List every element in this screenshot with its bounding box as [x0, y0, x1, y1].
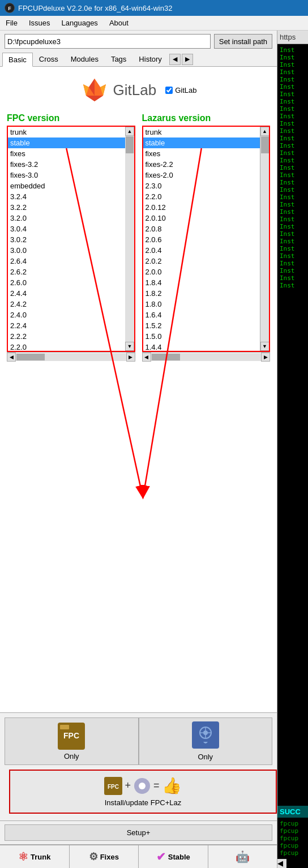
fpc-list-item[interactable]: embedded [8, 181, 125, 191]
fpc-list-item[interactable]: 3.2.2 [8, 202, 125, 213]
combined-install-button[interactable]: FPC + = 👍 Install/u [9, 770, 277, 814]
tab-cross[interactable]: Cross [33, 52, 65, 66]
laz-list-item[interactable]: 1.6.4 [143, 310, 260, 320]
fpc-list-item[interactable]: 3.2.0 [8, 213, 125, 224]
bottom-tab-fixes[interactable]: ⚙ Fixes [70, 845, 139, 868]
laz-h-scroll-thumb[interactable] [152, 354, 180, 360]
gitlab-checkbox[interactable] [165, 87, 173, 94]
laz-scroll-up[interactable]: ▲ [260, 127, 270, 136]
menu-languages[interactable]: Languages [59, 18, 100, 28]
log-line: Inst [280, 91, 306, 98]
laz-list-item[interactable]: 1.8.4 [143, 277, 260, 288]
laz-list-item[interactable]: 1.8.0 [143, 299, 260, 310]
fpc-list-item[interactable]: 2.2.2 [8, 331, 125, 342]
menu-about[interactable]: About [107, 18, 131, 28]
laz-h-scroll-right[interactable]: ▶ [261, 353, 270, 362]
install-path-input[interactable] [5, 34, 211, 49]
fpc-scroll-track [125, 136, 134, 342]
fpc-list-item[interactable]: 2.2.4 [8, 320, 125, 331]
gitlab-header: GitLab GitLab [5, 71, 272, 109]
laz-list-item[interactable]: stable [143, 137, 260, 148]
install-path-row: Set install path [0, 31, 277, 52]
bottom-tab-trunk[interactable]: ⚛ Trunk [0, 845, 70, 868]
fpc-list-item[interactable]: 2.2.0 [8, 342, 125, 351]
setup-button[interactable]: Setup+ [5, 824, 272, 841]
fpc-logo-icon: FPC [58, 723, 85, 750]
laz-list-item[interactable]: 2.2.0 [143, 191, 260, 202]
tab-prev-arrow[interactable]: ◀ [169, 54, 181, 65]
tab-next-arrow[interactable]: ▶ [182, 54, 193, 65]
gitlab-logo: GitLab [80, 76, 157, 104]
fpc-h-scroll-track [16, 353, 126, 361]
gitlab-checkbox-container: GitLab [165, 86, 196, 94]
fpc-list-item[interactable]: 3.0.2 [8, 234, 125, 245]
fpc-scroll-thumb[interactable] [126, 136, 134, 153]
fpc-list-item[interactable]: stable [8, 137, 125, 148]
menu-file[interactable]: File [3, 18, 20, 28]
laz-list-item[interactable]: 2.0.10 [143, 213, 260, 224]
svg-text:FPC: FPC [108, 784, 119, 790]
set-install-path-button[interactable]: Set install path [214, 34, 272, 49]
laz-list-item[interactable]: 2.0.8 [143, 224, 260, 234]
svg-rect-13 [60, 725, 69, 729]
fpc-list-item[interactable]: 2.4.0 [8, 310, 125, 320]
laz-list-item[interactable]: trunk [143, 127, 260, 137]
menu-issues[interactable]: Issues [27, 18, 53, 28]
fpc-only-button[interactable]: FPC Only [5, 717, 139, 765]
laz-list-item[interactable]: 1.5.2 [143, 320, 260, 331]
bottom-tab-android[interactable]: 🤖 [208, 845, 277, 868]
laz-list-item[interactable]: 2.0.12 [143, 202, 260, 213]
log-line: Inst [280, 149, 306, 157]
fpc-list-item[interactable]: 3.2.4 [8, 191, 125, 202]
fpc-list-item[interactable]: trunk [8, 127, 125, 137]
fpc-version-list[interactable]: trunkstablefixesfixes-3.2fixes-3.0embedd… [8, 127, 125, 351]
laz-only-button[interactable]: Only [139, 717, 273, 765]
fpc-list-item[interactable]: fixes-3.0 [8, 170, 125, 181]
combined-icons: FPC + = 👍 [104, 776, 181, 795]
fpc-h-scroll-right[interactable]: ▶ [126, 353, 135, 362]
laz-list-item[interactable]: 1.5.0 [143, 331, 260, 342]
right-panel-url: https [280, 33, 296, 41]
laz-list-item[interactable]: 2.0.2 [143, 256, 260, 267]
fpc-list-item[interactable]: 2.4.4 [8, 288, 125, 299]
bottom-tab-stable[interactable]: ✔ Stable [139, 845, 208, 868]
fpc-list-item[interactable]: 2.6.4 [8, 256, 125, 267]
laz-list-item[interactable]: 2.0.6 [143, 234, 260, 245]
fpc-list-item[interactable]: fixes [8, 148, 125, 159]
laz-scroll-down[interactable]: ▼ [260, 342, 270, 351]
fpc-list-item[interactable]: 2.4.2 [8, 299, 125, 310]
tab-tags[interactable]: Tags [105, 52, 132, 66]
fpc-list-item[interactable]: 3.0.0 [8, 245, 125, 256]
laz-scrollbar[interactable]: ▲ ▼ [260, 127, 269, 351]
laz-h-scroll-left[interactable]: ◀ [142, 353, 151, 362]
laz-list-item[interactable]: 1.8.2 [143, 288, 260, 299]
laz-list-item[interactable]: 2.0.4 [143, 245, 260, 256]
laz-scroll-thumb[interactable] [261, 136, 269, 153]
fpc-list-item[interactable]: 2.6.0 [8, 277, 125, 288]
laz-list-item[interactable]: 2.3.0 [143, 181, 260, 191]
right-panel: https InstInstInstInstInstInstInstInstIn… [277, 31, 308, 868]
fpc-list-item[interactable]: fixes-3.2 [8, 159, 125, 170]
svg-text:FPC: FPC [63, 731, 79, 740]
log-line: Inst [280, 135, 306, 142]
fpc-scroll-up[interactable]: ▲ [125, 127, 134, 136]
fpc-list-item[interactable]: 3.0.4 [8, 224, 125, 234]
laz-version-list[interactable]: trunkstablefixesfixes-2.2fixes-2.02.3.02… [143, 127, 260, 351]
fpc-h-scroll-left[interactable]: ◀ [7, 353, 16, 362]
laz-list-item[interactable]: fixes-2.2 [143, 159, 260, 170]
fpc-scrollbar[interactable]: ▲ ▼ [125, 127, 134, 351]
fpc-h-scroll-thumb[interactable] [16, 354, 45, 360]
svg-marker-7 [86, 96, 103, 101]
fpc-list-item[interactable]: 2.6.2 [8, 267, 125, 277]
laz-version-col: Lazarus version trunkstablefixesfixes-2.… [142, 113, 271, 361]
tab-history[interactable]: History [132, 52, 168, 66]
right-panel-scroll-left[interactable]: ◀ [277, 859, 286, 868]
tab-modules[interactable]: Modules [65, 52, 105, 66]
laz-list-item[interactable]: fixes [143, 148, 260, 159]
combined-install-label: Install/update FPC+Laz [105, 798, 182, 807]
laz-list-item[interactable]: 2.0.0 [143, 267, 260, 277]
laz-list-item[interactable]: fixes-2.0 [143, 170, 260, 181]
laz-list-item[interactable]: 1.4.4 [143, 342, 260, 351]
tab-basic[interactable]: Basic [2, 53, 33, 67]
fpc-scroll-down[interactable]: ▼ [125, 342, 134, 351]
